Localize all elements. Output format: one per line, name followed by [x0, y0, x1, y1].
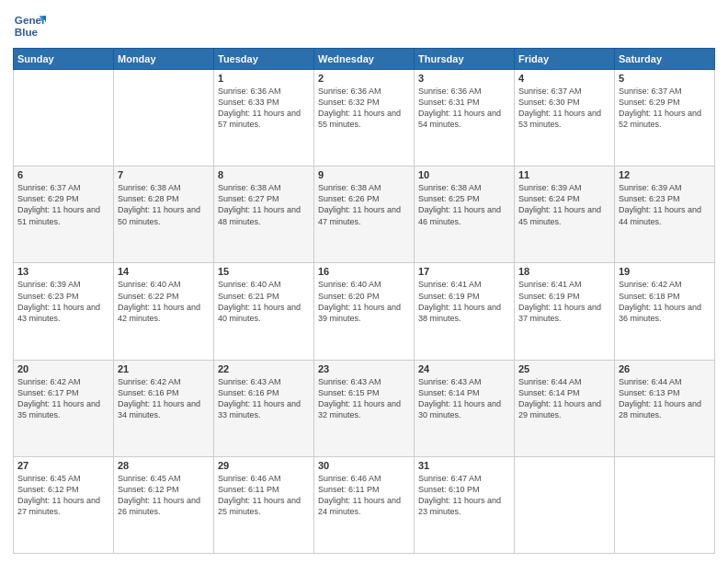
- day-number: 25: [518, 363, 610, 374]
- calendar-cell: 4Sunrise: 6:37 AM Sunset: 6:30 PM Daylig…: [515, 70, 615, 167]
- calendar-cell: 28Sunrise: 6:45 AM Sunset: 6:12 PM Dayli…: [114, 456, 214, 553]
- calendar-cell: 3Sunrise: 6:36 AM Sunset: 6:31 PM Daylig…: [415, 70, 515, 167]
- calendar-table: SundayMondayTuesdayWednesdayThursdayFrid…: [13, 48, 715, 554]
- calendar-cell: 11Sunrise: 6:39 AM Sunset: 6:24 PM Dayli…: [515, 167, 615, 263]
- day-info: Sunrise: 6:46 AM Sunset: 6:11 PM Dayligh…: [318, 473, 410, 518]
- calendar-cell: 15Sunrise: 6:40 AM Sunset: 6:21 PM Dayli…: [214, 263, 314, 360]
- day-info: Sunrise: 6:40 AM Sunset: 6:21 PM Dayligh…: [218, 279, 310, 324]
- day-info: Sunrise: 6:43 AM Sunset: 6:14 PM Dayligh…: [418, 376, 510, 421]
- header: General Blue: [13, 9, 715, 42]
- day-number: 12: [619, 169, 711, 180]
- day-number: 1: [218, 73, 310, 84]
- day-number: 5: [619, 73, 711, 84]
- calendar-cell: 17Sunrise: 6:41 AM Sunset: 6:19 PM Dayli…: [415, 263, 515, 360]
- day-info: Sunrise: 6:41 AM Sunset: 6:19 PM Dayligh…: [518, 279, 610, 324]
- calendar-cell: 20Sunrise: 6:42 AM Sunset: 6:17 PM Dayli…: [14, 360, 114, 456]
- calendar-cell: 22Sunrise: 6:43 AM Sunset: 6:16 PM Dayli…: [214, 360, 314, 456]
- day-number: 24: [418, 363, 510, 374]
- calendar-cell: 8Sunrise: 6:38 AM Sunset: 6:27 PM Daylig…: [214, 167, 314, 263]
- day-info: Sunrise: 6:36 AM Sunset: 6:33 PM Dayligh…: [218, 86, 310, 131]
- calendar-cell: 23Sunrise: 6:43 AM Sunset: 6:15 PM Dayli…: [314, 360, 415, 456]
- day-number: 18: [518, 266, 610, 277]
- calendar-cell: 25Sunrise: 6:44 AM Sunset: 6:14 PM Dayli…: [515, 360, 615, 456]
- calendar-cell: [615, 456, 715, 553]
- day-number: 13: [17, 266, 109, 277]
- day-number: 11: [518, 169, 610, 180]
- calendar-cell: 13Sunrise: 6:39 AM Sunset: 6:23 PM Dayli…: [14, 263, 114, 360]
- day-info: Sunrise: 6:44 AM Sunset: 6:14 PM Dayligh…: [518, 376, 610, 421]
- svg-text:General: General: [15, 14, 46, 26]
- calendar-header-row: SundayMondayTuesdayWednesdayThursdayFrid…: [14, 49, 715, 70]
- calendar-day-header: Friday: [515, 49, 615, 70]
- calendar-day-header: Tuesday: [214, 49, 314, 70]
- calendar-cell: 21Sunrise: 6:42 AM Sunset: 6:16 PM Dayli…: [114, 360, 214, 456]
- day-number: 17: [418, 266, 510, 277]
- calendar-cell: [14, 70, 114, 167]
- calendar-week-row: 13Sunrise: 6:39 AM Sunset: 6:23 PM Dayli…: [14, 263, 715, 360]
- day-info: Sunrise: 6:39 AM Sunset: 6:23 PM Dayligh…: [619, 182, 711, 227]
- day-info: Sunrise: 6:40 AM Sunset: 6:22 PM Dayligh…: [118, 279, 210, 324]
- day-info: Sunrise: 6:38 AM Sunset: 6:27 PM Dayligh…: [218, 182, 310, 227]
- calendar-day-header: Saturday: [615, 49, 715, 70]
- day-number: 10: [418, 169, 510, 180]
- calendar-cell: 27Sunrise: 6:45 AM Sunset: 6:12 PM Dayli…: [14, 456, 114, 553]
- day-info: Sunrise: 6:40 AM Sunset: 6:20 PM Dayligh…: [318, 279, 410, 324]
- calendar-day-header: Thursday: [415, 49, 515, 70]
- day-info: Sunrise: 6:41 AM Sunset: 6:19 PM Dayligh…: [418, 279, 510, 324]
- day-info: Sunrise: 6:44 AM Sunset: 6:13 PM Dayligh…: [619, 376, 711, 421]
- calendar-cell: 31Sunrise: 6:47 AM Sunset: 6:10 PM Dayli…: [415, 456, 515, 553]
- calendar-cell: 29Sunrise: 6:46 AM Sunset: 6:11 PM Dayli…: [214, 456, 314, 553]
- day-info: Sunrise: 6:45 AM Sunset: 6:12 PM Dayligh…: [118, 473, 210, 518]
- calendar-cell: 2Sunrise: 6:36 AM Sunset: 6:32 PM Daylig…: [314, 70, 415, 167]
- day-number: 4: [518, 73, 610, 84]
- day-number: 6: [17, 169, 109, 180]
- calendar-day-header: Wednesday: [314, 49, 415, 70]
- day-info: Sunrise: 6:38 AM Sunset: 6:25 PM Dayligh…: [418, 182, 510, 227]
- day-number: 3: [418, 73, 510, 84]
- day-number: 19: [619, 266, 711, 277]
- calendar-cell: 30Sunrise: 6:46 AM Sunset: 6:11 PM Dayli…: [314, 456, 415, 553]
- calendar-cell: 26Sunrise: 6:44 AM Sunset: 6:13 PM Dayli…: [615, 360, 715, 456]
- day-number: 9: [318, 169, 410, 180]
- day-number: 2: [318, 73, 410, 84]
- calendar-cell: 6Sunrise: 6:37 AM Sunset: 6:29 PM Daylig…: [14, 167, 114, 263]
- day-info: Sunrise: 6:42 AM Sunset: 6:18 PM Dayligh…: [619, 279, 711, 324]
- day-number: 20: [17, 363, 109, 374]
- day-number: 22: [218, 363, 310, 374]
- calendar-week-row: 1Sunrise: 6:36 AM Sunset: 6:33 PM Daylig…: [14, 70, 715, 167]
- page: General Blue SundayMondayTuesdayWednesda…: [0, 0, 728, 563]
- calendar-day-header: Monday: [114, 49, 214, 70]
- day-number: 26: [619, 363, 711, 374]
- day-number: 28: [118, 460, 210, 471]
- calendar-cell: 1Sunrise: 6:36 AM Sunset: 6:33 PM Daylig…: [214, 70, 314, 167]
- day-info: Sunrise: 6:43 AM Sunset: 6:16 PM Dayligh…: [218, 376, 310, 421]
- calendar-cell: 19Sunrise: 6:42 AM Sunset: 6:18 PM Dayli…: [615, 263, 715, 360]
- calendar-cell: 9Sunrise: 6:38 AM Sunset: 6:26 PM Daylig…: [314, 167, 415, 263]
- calendar-week-row: 20Sunrise: 6:42 AM Sunset: 6:17 PM Dayli…: [14, 360, 715, 456]
- calendar-cell: 7Sunrise: 6:38 AM Sunset: 6:28 PM Daylig…: [114, 167, 214, 263]
- calendar-cell: 14Sunrise: 6:40 AM Sunset: 6:22 PM Dayli…: [114, 263, 214, 360]
- day-number: 14: [118, 266, 210, 277]
- day-info: Sunrise: 6:37 AM Sunset: 6:29 PM Dayligh…: [17, 182, 109, 227]
- day-info: Sunrise: 6:46 AM Sunset: 6:11 PM Dayligh…: [218, 473, 310, 518]
- day-info: Sunrise: 6:42 AM Sunset: 6:17 PM Dayligh…: [17, 376, 109, 421]
- day-info: Sunrise: 6:36 AM Sunset: 6:32 PM Dayligh…: [318, 86, 410, 131]
- day-info: Sunrise: 6:39 AM Sunset: 6:24 PM Dayligh…: [518, 182, 610, 227]
- calendar-cell: 10Sunrise: 6:38 AM Sunset: 6:25 PM Dayli…: [415, 167, 515, 263]
- calendar-cell: 16Sunrise: 6:40 AM Sunset: 6:20 PM Dayli…: [314, 263, 415, 360]
- day-info: Sunrise: 6:45 AM Sunset: 6:12 PM Dayligh…: [17, 473, 109, 518]
- day-number: 8: [218, 169, 310, 180]
- day-number: 30: [318, 460, 410, 471]
- calendar-cell: [114, 70, 214, 167]
- day-number: 21: [118, 363, 210, 374]
- calendar-cell: 24Sunrise: 6:43 AM Sunset: 6:14 PM Dayli…: [415, 360, 515, 456]
- calendar-day-header: Sunday: [14, 49, 114, 70]
- calendar-cell: 12Sunrise: 6:39 AM Sunset: 6:23 PM Dayli…: [615, 167, 715, 263]
- day-info: Sunrise: 6:37 AM Sunset: 6:29 PM Dayligh…: [619, 86, 711, 131]
- day-number: 16: [318, 266, 410, 277]
- day-number: 27: [17, 460, 109, 471]
- calendar-week-row: 6Sunrise: 6:37 AM Sunset: 6:29 PM Daylig…: [14, 167, 715, 263]
- day-info: Sunrise: 6:43 AM Sunset: 6:15 PM Dayligh…: [318, 376, 410, 421]
- day-info: Sunrise: 6:39 AM Sunset: 6:23 PM Dayligh…: [17, 279, 109, 324]
- calendar-cell: 5Sunrise: 6:37 AM Sunset: 6:29 PM Daylig…: [615, 70, 715, 167]
